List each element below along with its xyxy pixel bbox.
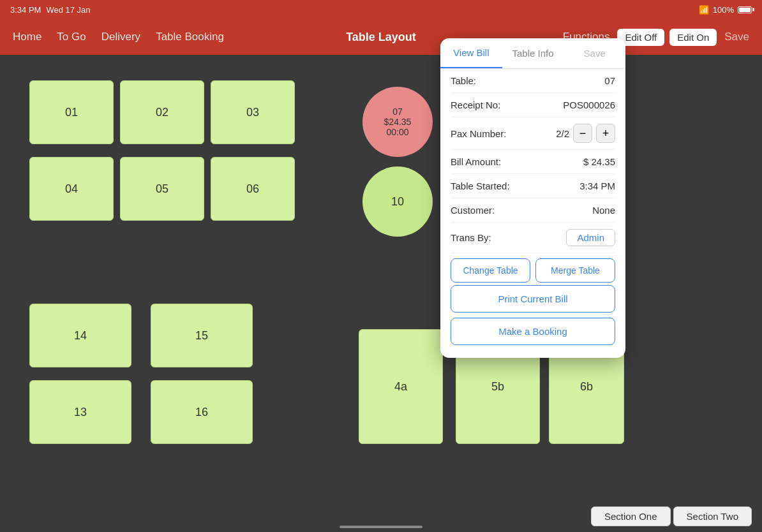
table-16[interactable]: 16: [151, 380, 253, 444]
merge-table-button[interactable]: Merge Table: [535, 258, 615, 283]
tab-table-info[interactable]: Table Info: [502, 38, 564, 68]
battery-icon: [738, 6, 752, 13]
table-07-circle[interactable]: 07$24.3500:00: [362, 87, 433, 157]
receipt-value: POS000026: [563, 100, 615, 110]
main-content: 010203040506141513164a5b6b07$24.3500:001…: [0, 55, 762, 500]
table-started-value: 3:34 PM: [579, 181, 615, 191]
section-two-button[interactable]: Section Two: [673, 506, 752, 526]
edit-on-button[interactable]: Edit On: [669, 29, 717, 46]
table-15[interactable]: 15: [151, 304, 253, 367]
table-02[interactable]: 02: [120, 80, 204, 144]
pax-increment-button[interactable]: +: [596, 124, 615, 143]
table-05[interactable]: 05: [120, 157, 204, 221]
battery-percent: 100%: [713, 5, 734, 15]
nav-delivery[interactable]: Delivery: [101, 31, 140, 43]
customer-value: None: [592, 205, 615, 216]
table-01[interactable]: 01: [29, 80, 114, 144]
change-table-button[interactable]: Change Table: [451, 258, 530, 283]
trans-by-value: Admin: [566, 229, 615, 246]
pax-controls: 2/2 − +: [556, 124, 615, 143]
nav-home[interactable]: Home: [13, 31, 41, 43]
trans-by-label: Trans By:: [451, 232, 491, 243]
receipt-label: Receipt No:: [451, 100, 500, 110]
bill-amount-value: $ 24.35: [583, 156, 615, 167]
popup-body: Table: 07 Receipt No: POS000026 Pax Numb…: [440, 69, 625, 358]
nav-bar: Home To Go Delivery Table Booking Table …: [0, 19, 762, 55]
pax-value: 2/2: [556, 128, 569, 139]
table-started-row: Table Started: 3:34 PM: [451, 174, 615, 198]
make-booking-button[interactable]: Make a Booking: [451, 318, 615, 345]
nav-to-go[interactable]: To Go: [57, 31, 86, 43]
trans-by-row: Trans By: Admin: [451, 223, 615, 253]
table-4a[interactable]: 4a: [359, 329, 443, 444]
action-buttons: Change Table Merge Table: [451, 253, 615, 285]
save-button[interactable]: Save: [724, 31, 749, 43]
table-14[interactable]: 14: [29, 304, 131, 367]
customer-row: Customer: None: [451, 198, 615, 223]
table-04[interactable]: 04: [29, 157, 114, 221]
nav-table-booking[interactable]: Table Booking: [156, 31, 224, 43]
table-03[interactable]: 03: [211, 80, 295, 144]
table-13[interactable]: 13: [29, 380, 131, 444]
section-one-button[interactable]: Section One: [591, 506, 671, 526]
table-started-label: Table Started:: [451, 181, 510, 191]
status-right: 📶 100%: [699, 5, 752, 15]
table-label: Table:: [451, 75, 476, 86]
nav-left: Home To Go Delivery Table Booking: [13, 31, 224, 43]
customer-label: Customer:: [451, 205, 495, 216]
status-date: Wed 17 Jan: [46, 5, 90, 15]
table-06[interactable]: 06: [211, 157, 295, 221]
tab-view-bill[interactable]: View Bill: [440, 38, 502, 68]
print-current-bill-button[interactable]: Print Current Bill: [451, 285, 615, 313]
page-title: Table Layout: [346, 31, 416, 44]
pax-row: Pax Number: 2/2 − +: [451, 117, 615, 150]
receipt-row: Receipt No: POS000026: [451, 93, 615, 117]
status-bar: 3:34 PM Wed 17 Jan 📶 100%: [0, 0, 762, 19]
status-time: 3:34 PM: [10, 5, 41, 15]
home-indicator: [340, 526, 422, 528]
table-row-info: Table: 07: [451, 69, 615, 93]
bill-amount-label: Bill Amount:: [451, 156, 501, 167]
popup-panel: View Bill Table Info Save Table: 07 Rece…: [440, 38, 625, 358]
pax-decrement-button[interactable]: −: [573, 124, 592, 143]
pax-label: Pax Number:: [451, 128, 507, 139]
tab-save[interactable]: Save: [564, 38, 625, 68]
table-value: 07: [604, 75, 615, 86]
bill-amount-row: Bill Amount: $ 24.35: [451, 150, 615, 174]
popup-tabs: View Bill Table Info Save: [440, 38, 625, 69]
status-left: 3:34 PM Wed 17 Jan: [10, 5, 91, 15]
table-10-circle[interactable]: 10: [362, 166, 433, 237]
wifi-icon: 📶: [699, 5, 709, 15]
